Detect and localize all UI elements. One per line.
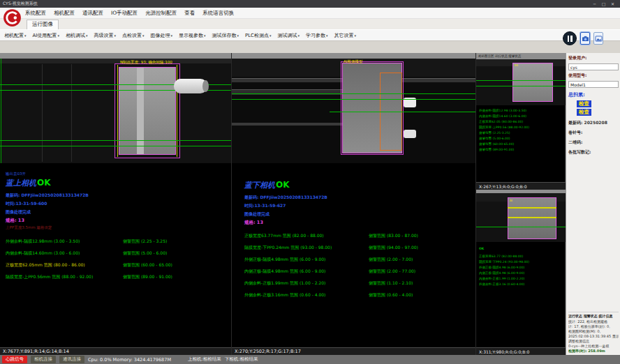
measurement-warn-range: 侧警范围 (89.00 - 91.00) xyxy=(123,274,172,280)
tool-spot-check[interactable]: 点检设置▾ xyxy=(122,32,145,39)
time-text: 时间:13-31-59-600 xyxy=(6,201,231,207)
window-title: CYS-视觉检测系统 xyxy=(3,1,590,7)
lower-preview-image[interactable]: AI xyxy=(476,193,566,242)
product-region xyxy=(119,67,176,155)
heartbeat-indicator: 心跳信号 xyxy=(2,356,27,363)
tool-camera-config[interactable]: 相机配置▾ xyxy=(4,32,27,39)
menu-item-view[interactable]: 查看 xyxy=(184,10,195,17)
upper-camera-result-status: 上相机:相检结果 xyxy=(188,356,221,363)
statistics-block: 运行状态 报警状态 统计信息 统计: 222, 检出检测规格 计: 17, 检验… xyxy=(568,312,619,354)
chevron-down-icon: ▾ xyxy=(86,33,88,38)
measurement-row: 正极宽度62.05mm 范围 (80.00 - 86.00) 侧警范围 (60.… xyxy=(6,262,231,268)
mini-line: 正极宽度63.77 (82.00-88.00) xyxy=(479,254,566,259)
toolbar: 相机配置▾ AI使用配置▾ 相机调试▾ 高级设置▾ 点检设置▾ 图像处理▾ 显示… xyxy=(0,29,620,40)
roller-end xyxy=(202,80,209,92)
product-region xyxy=(512,63,553,102)
mini-line: 侧警范围 (89.00-91.00) xyxy=(479,147,566,153)
measurement-warn-range: 侧警范围 (1.10 - 2.10) xyxy=(369,280,413,287)
lower-camera-image[interactable]: AI检测模型 xyxy=(232,59,475,163)
measurement-warn-range: 侧警范围 (5.00 - 6.00) xyxy=(123,250,167,257)
mini-line: 外侧余料-正极3.16 (0.60-4.00) xyxy=(479,282,566,287)
mini-line: 正极宽度62.05 (80.00-86.00) xyxy=(479,119,566,125)
tool-plc-points[interactable]: PLC检测点▾ xyxy=(245,32,272,39)
menu-item-language-switch[interactable]: 系统语言切换 xyxy=(202,10,234,17)
tool-test-save[interactable]: 测试保存数▾ xyxy=(212,32,239,39)
chevron-down-icon: ▾ xyxy=(57,33,59,38)
preview-header: 相机图示区 运行状态 报警状态 xyxy=(476,53,566,59)
latest-code-value: 20250208 xyxy=(584,120,607,125)
upper-preview-view: 相机图示区 运行状态 报警状态 93 外侧余料-隔膜12.98 (3.00-3.… xyxy=(476,53,566,190)
result-ok-badge: OK xyxy=(479,246,566,252)
lower-preview-view: AI OK 正极宽度63.77 (82.00-88.00) 隔膜宽度-下PP0.… xyxy=(476,190,566,355)
statistics-line: 0-cys一种上拉检测一蓝模 xyxy=(568,344,619,349)
upper-preview-image[interactable]: 93 xyxy=(476,59,566,105)
lower-result-panel: 蓝下相机 OK 最新码: DFFJiiw2025020813313472B 时间… xyxy=(232,163,475,347)
overlay-green-line xyxy=(476,227,566,227)
preview-result-lines: 外侧余料-隔膜12.98 (3.00-3.50) 内侧余料-隔膜14.60 (3… xyxy=(476,105,566,182)
time-text: 时间:13-31-59-627 xyxy=(244,203,475,209)
measurement-warn-range: 侧警范围 (2.00 - 7.00) xyxy=(369,257,413,263)
statistics-line: 调整检测信息 xyxy=(568,339,619,344)
maximize-icon[interactable]: □ xyxy=(599,1,608,6)
tool-display-params[interactable]: 显示视参数▾ xyxy=(179,32,206,39)
statistics-header: 运行状态 报警状态 统计信息 xyxy=(568,314,619,318)
menu-item-io-config[interactable]: IO手动配置 xyxy=(111,10,138,17)
overlay-green-line xyxy=(476,86,566,86)
tool-camera-debug[interactable]: 相机调试▾ xyxy=(66,32,88,39)
tool-learn-params[interactable]: 学习参数▾ xyxy=(306,32,328,39)
mini-line: 隔膜宽度-上PP0.56 (88.00-92.00) xyxy=(479,125,566,130)
tool-test-debug[interactable]: 测试调试▾ xyxy=(278,32,300,39)
camera-view-button-2[interactable] xyxy=(593,32,603,45)
comm-link-indicator: 通讯连接 xyxy=(59,356,84,363)
measurement-warn-range: 侧警范围 (60.00 - 65.00) xyxy=(123,262,172,268)
menu-bar: 系统配置 相机配置 通讯配置 IO手动配置 光源控制配置 查看 系统语言切换 xyxy=(0,8,620,19)
batch-count-label: 各批写数记: xyxy=(568,149,619,156)
pause-icon xyxy=(568,36,570,42)
result-camera-name: 蓝下相机 xyxy=(244,180,275,190)
camera-view-button-1[interactable] xyxy=(580,32,590,45)
menu-item-camera-config[interactable]: 相机配置 xyxy=(54,10,75,17)
chevron-down-icon: ▾ xyxy=(326,33,328,38)
measurement-warn-range: 侧警范围 (2.00 - 77.00) xyxy=(369,268,415,275)
login-user-field[interactable]: cys xyxy=(568,63,619,70)
title-bar: CYS-视觉检测系统 ─ □ ✕ xyxy=(0,0,620,8)
measurement-row: 内侧余料-隔膜14.60mm (3.00 - 6.00) 侧警范围 (5.00 … xyxy=(6,250,231,257)
minimize-icon[interactable]: ─ xyxy=(590,1,599,6)
menu-item-light-config[interactable]: 光源控制配置 xyxy=(145,10,177,17)
chevron-down-icon: ▾ xyxy=(237,33,239,38)
statistics-rate-line: 检测率(时): 258.09m xyxy=(568,349,619,354)
total-scan-value: 检查 xyxy=(577,109,591,116)
upper-camera-image[interactable]: N制品宽度: 93; 确合间隔:100 xyxy=(0,59,231,163)
tool-advanced-settings[interactable]: 高级设置▾ xyxy=(94,32,116,39)
lower-camera-result-status: 下相机:相检结果 xyxy=(225,356,258,363)
barcode-text: 最新码: DFFJiiw2025020813313472B xyxy=(244,195,475,201)
status-bar: 心跳信号 相机连接 通讯连接 Cpu: 0.0% Memory: 3424.41… xyxy=(0,355,620,364)
measurement-row: 外侧正极-隔膜4.98mm 范围 (6.00 - 9.00) 侧警范围 (2.0… xyxy=(244,257,475,263)
measurement-row: 正极宽度63.77mm 范围 (82.00 - 88.00) 侧警范围 (83.… xyxy=(244,233,475,239)
tool-ai-config[interactable]: AI使用配置▾ xyxy=(33,32,59,39)
model-field[interactable]: Model1 xyxy=(568,81,619,88)
coordinate-readout: X:7677;Y:891;R:14;G:14;B:14 xyxy=(0,347,231,355)
pause-button[interactable] xyxy=(563,31,577,45)
process-state-text: 图像处理完成 xyxy=(244,211,475,218)
overlay-measure-text: AI xyxy=(510,199,512,202)
roll-pin-label: 卷针号: xyxy=(568,130,619,136)
menu-item-system-config[interactable]: 系统配置 xyxy=(25,10,46,17)
spec-sub-text: 上PP宽度3.5mm 规格设定 xyxy=(6,225,231,230)
tab-run-image[interactable]: 运行图像 xyxy=(27,20,59,29)
process-state-text: 图像处理完成 xyxy=(6,209,231,215)
close-icon[interactable]: ✕ xyxy=(608,1,617,6)
measurement-warn-range: 侧警范围 (94.00 - 97.00) xyxy=(369,245,418,251)
tool-image-process[interactable]: 图像处理▾ xyxy=(150,32,172,39)
overlay-green-line xyxy=(0,140,231,141)
tool-other-settings[interactable]: 其它设置▾ xyxy=(334,32,357,39)
upper-camera-view: N制品宽度: 93; 确合间隔:100 输出去03开 蓝上相机 OK 最新码: … xyxy=(0,53,232,355)
chevron-down-icon: ▾ xyxy=(298,33,300,38)
menu-item-comm-config[interactable]: 通讯配置 xyxy=(82,10,103,17)
overlay-yellow-line xyxy=(508,217,556,218)
measurement-value: 内侧正极-隔膜4.98mm 范围 (6.00 - 9.00) xyxy=(244,268,369,275)
mini-line: 外侧正极-隔膜4.98 (6.00-9.00) xyxy=(479,265,566,271)
measurement-value: 正极宽度62.05mm 范围 (80.00 - 86.00) xyxy=(6,262,123,268)
statistics-line: 计: 17, 检验分辨率(好): 0, xyxy=(568,324,619,329)
measurement-value: 正极宽度63.77mm 范围 (82.00 - 88.00) xyxy=(244,233,369,239)
